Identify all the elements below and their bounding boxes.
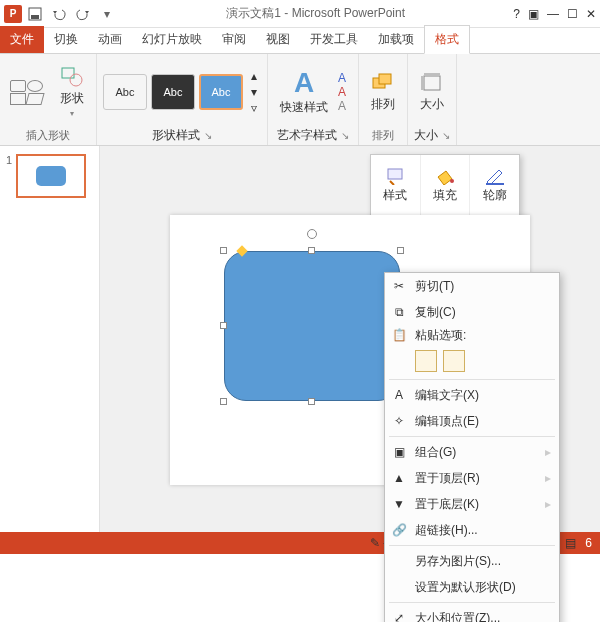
- svg-rect-2: [62, 68, 74, 78]
- svg-rect-8: [379, 74, 391, 84]
- menu-edit-points[interactable]: ✧编辑顶点(E): [385, 408, 559, 434]
- maximize-icon[interactable]: ☐: [567, 7, 578, 21]
- wordart-quickstyle-button[interactable]: A 快速样式: [274, 69, 334, 116]
- resize-handle[interactable]: [308, 247, 315, 254]
- tab-developer[interactable]: 开发工具: [300, 26, 368, 53]
- tab-format[interactable]: 格式: [424, 25, 470, 54]
- selected-shape[interactable]: [224, 251, 400, 401]
- tab-addins[interactable]: 加载项: [368, 26, 424, 53]
- minimize-icon[interactable]: —: [547, 7, 559, 21]
- mini-fill-button[interactable]: 填充: [421, 155, 471, 215]
- wordart-label: 快速样式: [280, 99, 328, 116]
- mini-outline-label: 轮廓: [483, 187, 507, 204]
- menu-send-back: ▼置于底层(K)▸: [385, 491, 559, 517]
- group-label-arrange: 排列: [365, 127, 401, 143]
- notes-icon: ✎: [370, 536, 380, 550]
- close-icon[interactable]: ✕: [586, 7, 596, 21]
- mini-toolbar: 样式 填充 轮廓: [370, 154, 520, 216]
- svg-rect-10: [388, 169, 402, 179]
- shape-style-1[interactable]: Abc: [103, 74, 147, 110]
- menu-cut[interactable]: ✂剪切(T): [385, 273, 559, 299]
- ribbon-options-icon[interactable]: ▣: [528, 7, 539, 21]
- undo-icon[interactable]: [48, 3, 70, 25]
- paste-options: [385, 345, 559, 377]
- redo-icon[interactable]: [72, 3, 94, 25]
- ribbon-group-wordart: A 快速样式 A A A 艺术字样式↘: [268, 54, 359, 145]
- tab-transition[interactable]: 切换: [44, 26, 88, 53]
- rotate-handle[interactable]: [307, 229, 317, 239]
- paste-option-2[interactable]: [443, 350, 465, 372]
- ribbon-group-size: 大小 大小↘: [408, 54, 457, 145]
- zoom-value[interactable]: 6: [585, 536, 596, 550]
- tab-view[interactable]: 视图: [256, 26, 300, 53]
- group-label-insert-shape: 插入形状: [6, 127, 90, 143]
- resize-handle[interactable]: [220, 247, 227, 254]
- shape-style-3[interactable]: Abc: [199, 74, 243, 110]
- group-icon: ▣: [391, 444, 407, 460]
- window-title: 演示文稿1 - Microsoft PowerPoint: [118, 5, 513, 22]
- shapes-gallery[interactable]: [6, 80, 50, 105]
- tab-review[interactable]: 审阅: [212, 26, 256, 53]
- group-label-wordart: 艺术字样式: [277, 127, 337, 144]
- resize-handle[interactable]: [220, 322, 227, 329]
- resize-handle[interactable]: [220, 398, 227, 405]
- hyperlink-icon: 🔗: [391, 522, 407, 538]
- tab-file[interactable]: 文件: [0, 26, 44, 53]
- slideshow-view-icon[interactable]: ▤: [559, 535, 581, 551]
- send-back-icon: ▼: [391, 496, 407, 512]
- menu-copy[interactable]: ⧉复制(C): [385, 299, 559, 325]
- menu-hyperlink[interactable]: 🔗超链接(H)...: [385, 517, 559, 543]
- svg-point-11: [450, 179, 454, 183]
- menu-edit-text[interactable]: A编辑文字(X): [385, 382, 559, 408]
- cut-icon: ✂: [391, 278, 407, 294]
- tab-slideshow[interactable]: 幻灯片放映: [132, 26, 212, 53]
- menu-save-as-picture[interactable]: 另存为图片(S)...: [385, 548, 559, 574]
- rounded-rectangle-shape[interactable]: [224, 251, 400, 401]
- context-menu: ✂剪切(T) ⧉复制(C) 📋粘贴选项: A编辑文字(X) ✧编辑顶点(E) ▣…: [384, 272, 560, 622]
- svg-rect-9: [424, 76, 440, 90]
- mini-fill-label: 填充: [433, 187, 457, 204]
- shape-style-2[interactable]: Abc: [151, 74, 195, 110]
- app-icon[interactable]: P: [4, 5, 22, 23]
- thumb-shape-icon: [36, 166, 66, 186]
- size-launcher-icon[interactable]: ↘: [442, 130, 450, 141]
- size-pos-icon: ⤢: [391, 610, 407, 622]
- arrange-button[interactable]: 排列: [365, 72, 401, 113]
- mini-outline-button[interactable]: 轮廓: [470, 155, 519, 215]
- thumbnail-1[interactable]: 1: [6, 154, 93, 198]
- fill-bucket-icon: [434, 167, 456, 185]
- shapes-button[interactable]: 形状 ▾: [54, 66, 90, 118]
- resize-handle[interactable]: [397, 247, 404, 254]
- help-icon[interactable]: ?: [513, 7, 520, 21]
- wordart-options[interactable]: A A A: [338, 72, 352, 112]
- arrange-icon: [371, 72, 395, 94]
- svg-rect-1: [31, 15, 39, 19]
- edit-points-icon: ✧: [391, 413, 407, 429]
- tab-animation[interactable]: 动画: [88, 26, 132, 53]
- ribbon: 形状 ▾ 插入形状 Abc Abc Abc ▴▾▿ 形状样式↘ A 快速样式 A…: [0, 54, 600, 146]
- menu-size-position[interactable]: ⤢大小和位置(Z)...: [385, 605, 559, 622]
- menu-bring-front: ▲置于顶层(R)▸: [385, 465, 559, 491]
- paste-option-1[interactable]: [415, 350, 437, 372]
- save-icon[interactable]: [24, 3, 46, 25]
- arrange-label: 排列: [371, 96, 395, 113]
- qat-more-icon[interactable]: ▾: [96, 3, 118, 25]
- mini-style-button[interactable]: 样式: [371, 155, 421, 215]
- style-brush-icon: [384, 167, 406, 185]
- svg-text:A: A: [338, 72, 346, 84]
- menu-set-default-shape[interactable]: 设置为默认形状(D): [385, 574, 559, 600]
- edit-text-icon: A: [391, 387, 407, 403]
- size-button[interactable]: 大小: [414, 72, 450, 113]
- paste-icon: 📋: [391, 327, 407, 343]
- window-controls: ? ▣ — ☐ ✕: [513, 7, 596, 21]
- resize-handle[interactable]: [308, 398, 315, 405]
- menu-separator: [389, 545, 555, 546]
- wordart-launcher-icon[interactable]: ↘: [341, 130, 349, 141]
- style-gallery-more[interactable]: ▴▾▿: [247, 69, 261, 115]
- shape-styles-launcher-icon[interactable]: ↘: [204, 130, 212, 141]
- svg-text:A: A: [338, 100, 346, 112]
- group-label-shape-styles: 形状样式: [152, 127, 200, 144]
- group-label-size: 大小: [414, 127, 438, 144]
- menu-group: ▣组合(G)▸: [385, 439, 559, 465]
- outline-pen-icon: [484, 167, 506, 185]
